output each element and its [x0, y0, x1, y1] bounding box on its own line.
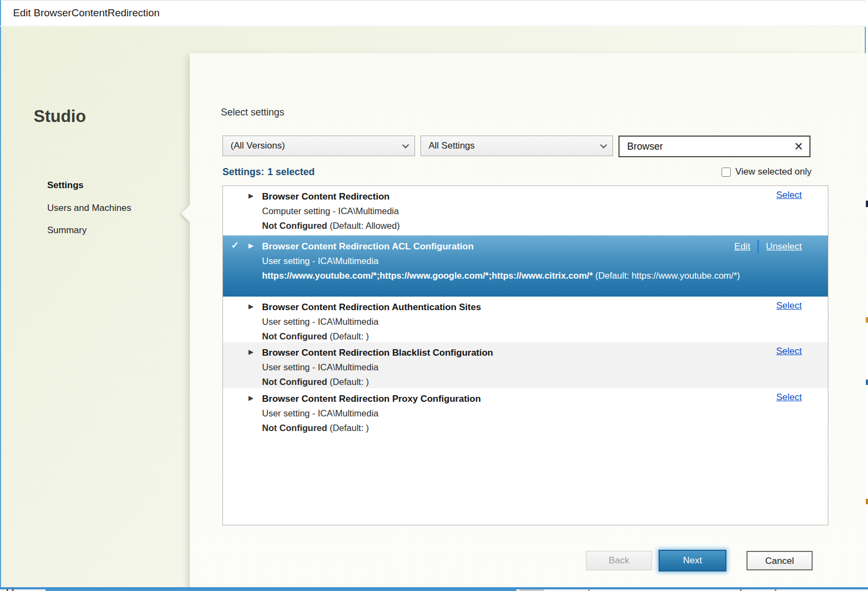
select-link[interactable]: Select [776, 392, 802, 403]
category-dropdown[interactable]: All Settings [420, 136, 613, 156]
setting-row-authentication-sites[interactable]: ▶ Browser Content Redirection Authentica… [223, 297, 828, 342]
setting-row-acl-configuration[interactable]: ✓ ▶ Browser Content Redirection ACL Conf… [223, 235, 828, 297]
setting-row-proxy-configuration[interactable]: ▶ Browser Content Redirection Proxy Conf… [223, 388, 828, 434]
select-link[interactable]: Select [776, 190, 802, 201]
cancel-button[interactable]: Cancel [746, 551, 813, 570]
panel-notch [181, 205, 190, 222]
selection-status-label: Settings: [222, 166, 264, 177]
action-divider [757, 240, 759, 254]
setting-title: Browser Content Redirection Proxy Config… [262, 391, 802, 406]
edit-link[interactable]: Edit [735, 241, 750, 252]
view-selected-only: View selected only [722, 166, 812, 177]
clear-search-icon[interactable]: × [793, 139, 804, 154]
studio-brand: Studio [34, 107, 86, 126]
setting-scope: User setting - ICA\Multimedia [262, 360, 802, 375]
background-window-fragment [866, 499, 868, 504]
background-window-fragment [866, 380, 868, 385]
setting-scope: User setting - ICA\Multimedia [262, 314, 802, 329]
setting-scope: User setting - ICA\Multimedia [262, 406, 802, 421]
content-panel: Select settings (All Versions) All Setti… [190, 53, 867, 591]
search-box: × [618, 136, 810, 157]
setting-value: Not Configured (Default: ) [262, 329, 802, 344]
setting-row-blacklist-configuration[interactable]: ▶ Browser Content Redirection Blacklist … [223, 342, 828, 388]
setting-scope: Computer setting - ICA\Multimedia [262, 204, 802, 219]
background-window-fragment [12, 589, 14, 591]
next-button[interactable]: Next [659, 550, 726, 571]
setting-value: Not Configured (Default: Allowed) [262, 219, 802, 233]
expander-icon[interactable]: ▶ [248, 192, 253, 200]
setting-value: https://www.youtube.com/*;https://www.go… [262, 268, 802, 283]
chevron-down-icon [402, 142, 409, 149]
background-window-fragment [866, 317, 868, 323]
sidebar-item-users-and-machines[interactable]: Users and Machines [47, 203, 131, 214]
setting-title: Browser Content Redirection Authenticati… [262, 300, 802, 314]
setting-value: Not Configured (Default: ) [262, 375, 802, 389]
background-window-fragment [775, 589, 776, 591]
selection-status: Settings:1 selected [222, 166, 315, 178]
check-icon: ✓ [231, 240, 239, 251]
setting-title: Browser Content Redirection ACL Configur… [262, 239, 802, 254]
category-dropdown-value: All Settings [429, 140, 475, 151]
setting-scope: User setting - ICA\Multimedia [262, 254, 802, 268]
expander-icon[interactable]: ▶ [248, 394, 253, 402]
dialog-body: Studio Settings Users and Machines Summa… [0, 27, 866, 587]
edit-policy-dialog: Edit BrowserContentRedirection Studio Se… [0, 0, 868, 591]
select-link[interactable]: Select [776, 300, 802, 311]
dialog-title: Edit BrowserContentRedirection [13, 7, 159, 19]
sidebar-item-summary[interactable]: Summary [47, 225, 87, 236]
dialog-titlebar: Edit BrowserContentRedirection [0, 0, 866, 26]
view-selected-only-label: View selected only [736, 166, 812, 177]
expander-icon[interactable]: ▶ [248, 348, 253, 356]
select-link[interactable]: Select [776, 346, 802, 357]
setting-title: Browser Content Redirection [262, 189, 802, 204]
chevron-down-icon [600, 142, 607, 149]
selection-status-value: 1 selected [267, 166, 315, 177]
version-dropdown[interactable]: (All Versions) [222, 136, 415, 156]
expander-icon[interactable]: ▶ [248, 303, 253, 310]
background-window-fragment [866, 201, 868, 207]
search-input[interactable] [627, 141, 793, 152]
version-dropdown-value: (All Versions) [231, 140, 285, 151]
setting-value: Not Configured (Default: ) [262, 421, 802, 435]
setting-title: Browser Content Redirection Blacklist Co… [262, 345, 802, 360]
background-window-fragment [7, 589, 8, 591]
expander-icon[interactable]: ▶ [248, 242, 253, 249]
background-window-fragment [588, 589, 590, 591]
background-window-fragment [740, 589, 742, 591]
view-selected-only-checkbox[interactable] [722, 168, 731, 177]
page-title: Select settings [221, 107, 284, 118]
setting-row-browser-content-redirection[interactable]: ▶ Browser Content Redirection Computer s… [223, 186, 828, 235]
settings-list: ▶ Browser Content Redirection Computer s… [222, 185, 828, 525]
back-button[interactable]: Back [586, 551, 652, 570]
sidebar-item-settings[interactable]: Settings [47, 180, 84, 191]
unselect-link[interactable]: Unselect [766, 241, 802, 252]
